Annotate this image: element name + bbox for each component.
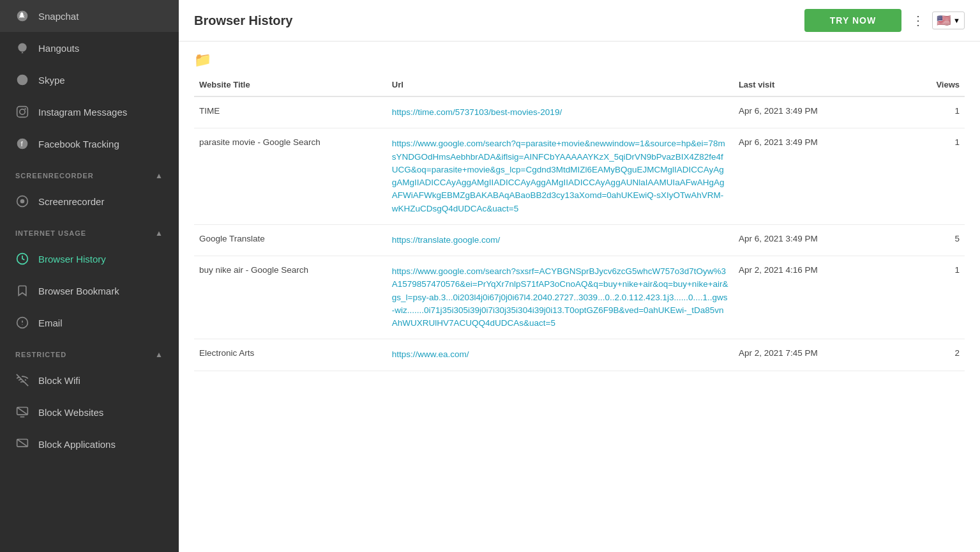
sidebar-item-label: Snapchat <box>38 11 79 22</box>
main-content: Browser History TRY NOW ⋮ 🇺🇸 ▼ 📁 Website… <box>179 0 980 552</box>
table-header: Website Title Url Last visit Views <box>194 73 965 96</box>
header-actions: ⋮ 🇺🇸 ▼ <box>912 12 965 29</box>
col-url: Url <box>387 73 734 96</box>
instagram-icon <box>15 105 29 119</box>
language-selector[interactable]: 🇺🇸 ▼ <box>932 12 965 29</box>
sidebar-item-label: Block Websites <box>38 407 103 418</box>
url-link[interactable]: https://www.google.com/search?q=parasite… <box>392 139 725 213</box>
cell-url[interactable]: https://www.google.com/search?q=parasite… <box>387 128 734 225</box>
cell-last-visit: Apr 2, 2021 7:45 PM <box>734 339 887 371</box>
cell-title: TIME <box>194 96 387 128</box>
main-header: Browser History TRY NOW ⋮ 🇺🇸 ▼ <box>179 0 980 42</box>
cell-title: parasite movie - Google Search <box>194 128 387 225</box>
block-applications-icon <box>15 437 29 451</box>
sidebar-item-facebook[interactable]: f Facebook Tracking <box>0 128 179 160</box>
flag-icon: 🇺🇸 <box>937 13 951 27</box>
calendar-icon-row: 📁 <box>194 42 965 73</box>
block-wifi-icon <box>15 373 29 387</box>
cell-last-visit: Apr 2, 2021 4:16 PM <box>734 256 887 339</box>
sidebar-item-label: Facebook Tracking <box>38 139 119 150</box>
skype-icon <box>15 73 29 87</box>
sidebar-item-label: Browser History <box>38 254 106 264</box>
browser-history-icon <box>15 252 29 266</box>
sidebar-item-hangouts[interactable]: Hangouts <box>0 32 179 64</box>
cell-url[interactable]: https://time.com/5737103/best-movies-201… <box>387 96 734 128</box>
sidebar-item-block-applications[interactable]: Block Applications <box>0 428 179 460</box>
sidebar-item-email[interactable]: Email <box>0 307 179 339</box>
svg-point-9 <box>20 199 25 204</box>
url-link[interactable]: https://www.google.com/search?sxsrf=ACYB… <box>392 266 728 328</box>
sidebar-item-label: Block Applications <box>38 439 116 450</box>
sidebar-item-block-websites[interactable]: Block Websites <box>0 396 179 428</box>
sidebar-item-browser-bookmark[interactable]: Browser Bookmark <box>0 275 179 307</box>
cell-last-visit: Apr 6, 2021 3:49 PM <box>734 96 887 128</box>
cell-url[interactable]: https://www.ea.com/ <box>387 339 734 371</box>
history-table-wrap: Website Title Url Last visit Views TIME … <box>194 73 965 371</box>
snapchat-icon <box>15 9 29 23</box>
table-row: buy nike air - Google Search https://www… <box>194 256 965 339</box>
table-row: parasite movie - Google Search https://w… <box>194 128 965 225</box>
url-link[interactable]: https://www.ea.com/ <box>392 349 469 359</box>
url-link[interactable]: https://translate.google.com/ <box>392 235 501 245</box>
cell-title: Electronic Arts <box>194 339 387 371</box>
table-row: Electronic Arts https://www.ea.com/ Apr … <box>194 339 965 371</box>
sidebar-item-label: Block Wifi <box>38 375 80 386</box>
sidebar-item-label: Email <box>38 318 63 328</box>
hangouts-icon <box>15 41 29 55</box>
table-row: Google Translate https://translate.googl… <box>194 224 965 256</box>
col-views: Views <box>887 73 965 96</box>
cell-url[interactable]: https://translate.google.com/ <box>387 224 734 256</box>
sidebar-item-label: Skype <box>38 75 65 86</box>
calendar-icon[interactable]: 📁 <box>194 52 211 68</box>
url-link[interactable]: https://time.com/5737103/best-movies-201… <box>392 107 562 117</box>
sidebar-item-label: Browser Bookmark <box>38 286 119 296</box>
section-screenrecorder: SCREENRECORDER ▲ <box>0 164 179 185</box>
sidebar: Snapchat Hangouts Skype Instagram Messag… <box>0 0 179 552</box>
block-websites-icon <box>15 405 29 419</box>
svg-point-4 <box>20 109 25 114</box>
col-website-title: Website Title <box>194 73 387 96</box>
kebab-menu-icon[interactable]: ⋮ <box>912 13 924 28</box>
browser-history-table: Website Title Url Last visit Views TIME … <box>194 73 965 371</box>
browser-bookmark-icon <box>15 284 29 298</box>
chevron-up-icon: ▲ <box>155 171 163 180</box>
sidebar-item-instagram[interactable]: Instagram Messages <box>0 96 179 128</box>
svg-point-1 <box>18 43 26 52</box>
sidebar-item-label: Hangouts <box>38 43 79 54</box>
cell-last-visit: Apr 6, 2021 3:49 PM <box>734 224 887 256</box>
page-title: Browser History <box>194 13 794 28</box>
facebook-icon: f <box>15 137 29 151</box>
sidebar-item-block-wifi[interactable]: Block Wifi <box>0 364 179 396</box>
cell-last-visit: Apr 6, 2021 3:49 PM <box>734 128 887 225</box>
col-last-visit: Last visit <box>734 73 887 96</box>
svg-point-2 <box>17 75 28 86</box>
cell-title: buy nike air - Google Search <box>194 256 387 339</box>
sidebar-item-label: Screenrecorder <box>38 196 104 207</box>
chevron-up-icon-internet: ▲ <box>155 229 163 238</box>
table-body: TIME https://time.com/5737103/best-movie… <box>194 96 965 371</box>
section-internet-usage: INTERNET USAGE ▲ <box>0 221 179 243</box>
email-icon <box>15 316 29 330</box>
sidebar-item-label: Instagram Messages <box>38 107 127 118</box>
section-restricted: RESTRICTED ▲ <box>0 342 179 364</box>
cell-views: 1 <box>887 128 965 225</box>
sidebar-item-browser-history[interactable]: Browser History <box>0 243 179 275</box>
cell-url[interactable]: https://www.google.com/search?sxsrf=ACYB… <box>387 256 734 339</box>
sidebar-item-snapchat[interactable]: Snapchat <box>0 0 179 32</box>
cell-views: 5 <box>887 224 965 256</box>
cell-views: 1 <box>887 96 965 128</box>
table-row: TIME https://time.com/5737103/best-movie… <box>194 96 965 128</box>
chevron-down-icon: ▼ <box>953 17 960 24</box>
cell-views: 2 <box>887 339 965 371</box>
table-area: 📁 Website Title Url Last visit Views TIM… <box>179 42 980 552</box>
try-now-button[interactable]: TRY NOW <box>804 9 901 32</box>
cell-views: 1 <box>887 256 965 339</box>
sidebar-item-skype[interactable]: Skype <box>0 64 179 96</box>
chevron-up-icon-restricted: ▲ <box>155 350 163 359</box>
svg-line-16 <box>17 408 28 415</box>
sidebar-item-screenrecorder[interactable]: Screenrecorder <box>0 185 179 217</box>
cell-title: Google Translate <box>194 224 387 256</box>
svg-rect-3 <box>17 107 28 118</box>
screenrecorder-icon <box>15 194 29 208</box>
svg-line-19 <box>17 440 28 447</box>
